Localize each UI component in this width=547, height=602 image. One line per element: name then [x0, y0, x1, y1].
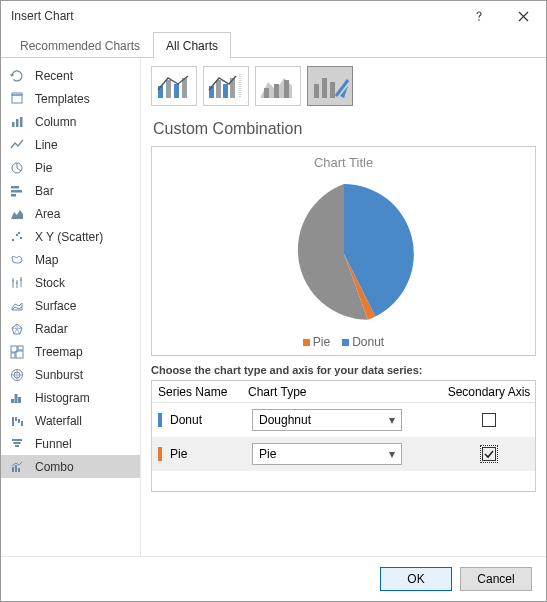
svg-rect-22 [18, 397, 21, 403]
sidebar-label: Bar [35, 184, 54, 198]
chevron-down-icon: ▾ [389, 447, 395, 461]
svg-rect-39 [223, 84, 228, 98]
svg-rect-30 [12, 467, 14, 472]
sidebar-item-sunburst[interactable]: Sunburst [1, 363, 140, 386]
sidebar-item-area[interactable]: Area [1, 202, 140, 225]
window-title: Insert Chart [11, 9, 456, 23]
chart-title: Chart Title [314, 155, 373, 170]
radar-icon [9, 321, 25, 337]
series-swatch [158, 447, 162, 461]
sidebar-item-bar[interactable]: Bar [1, 179, 140, 202]
sidebar-item-recent[interactable]: Recent [1, 64, 140, 87]
svg-rect-16 [11, 353, 15, 358]
sidebar-item-stock[interactable]: Stock [1, 271, 140, 294]
svg-rect-27 [12, 439, 22, 441]
sidebar-item-radar[interactable]: Radar [1, 317, 140, 340]
legend-item-pie: Pie [303, 335, 330, 349]
treemap-icon [9, 344, 25, 360]
svg-rect-7 [11, 186, 19, 189]
chart-category-sidebar: Recent Templates Column Line Pie Bar Are… [1, 58, 141, 556]
svg-rect-23 [12, 417, 14, 426]
dialog-footer: OK Cancel [1, 556, 546, 601]
svg-point-0 [478, 19, 480, 21]
line-icon [9, 137, 25, 153]
sidebar-item-waterfall[interactable]: Waterfall [1, 409, 140, 432]
combo-thumb-2[interactable] [203, 66, 249, 106]
svg-rect-24 [15, 417, 17, 421]
help-icon [473, 10, 485, 22]
sidebar-label: Templates [35, 92, 90, 106]
chevron-down-icon: ▾ [389, 413, 395, 427]
sidebar-item-combo[interactable]: Combo [1, 455, 140, 478]
col-axis-head: Secondary Axis [443, 385, 535, 399]
check-icon [484, 449, 494, 459]
series-hint-label: Choose the chart type and axis for your … [151, 364, 536, 376]
svg-rect-2 [12, 93, 22, 95]
ok-button[interactable]: OK [380, 567, 452, 591]
sidebar-item-funnel[interactable]: Funnel [1, 432, 140, 455]
svg-rect-4 [16, 119, 19, 127]
series-row-donut: Donut Doughnut ▾ [152, 403, 535, 437]
select-value: Pie [259, 447, 276, 461]
svg-rect-38 [216, 80, 221, 98]
sidebar-item-line[interactable]: Line [1, 133, 140, 156]
dialog-body: Recent Templates Column Line Pie Bar Are… [1, 58, 546, 556]
sidebar-label: X Y (Scatter) [35, 230, 103, 244]
sidebar-item-scatter[interactable]: X Y (Scatter) [1, 225, 140, 248]
svg-rect-42 [274, 84, 279, 98]
area-icon [9, 206, 25, 222]
svg-rect-28 [14, 442, 21, 444]
select-value: Doughnut [259, 413, 311, 427]
col-type-head: Chart Type [242, 385, 443, 399]
help-button[interactable] [456, 1, 501, 31]
combo-thumb-custom[interactable] [307, 66, 353, 106]
svg-point-13 [18, 231, 20, 233]
section-title: Custom Combination [153, 120, 536, 138]
svg-rect-3 [12, 122, 15, 127]
sidebar-label: Radar [35, 322, 68, 336]
combo-thumb-3[interactable] [255, 66, 301, 106]
svg-point-11 [16, 233, 18, 235]
secondary-axis-checkbox-donut[interactable] [482, 413, 496, 427]
thumb-icon [206, 70, 246, 102]
sidebar-label: Pie [35, 161, 52, 175]
waterfall-icon [9, 413, 25, 429]
sidebar-item-column[interactable]: Column [1, 110, 140, 133]
scatter-icon [9, 229, 25, 245]
sidebar-label: Surface [35, 299, 76, 313]
sidebar-item-pie[interactable]: Pie [1, 156, 140, 179]
close-button[interactable] [501, 1, 546, 31]
sidebar-label: Recent [35, 69, 73, 83]
funnel-icon [9, 436, 25, 452]
sidebar-label: Map [35, 253, 58, 267]
series-row-pie: Pie Pie ▾ [152, 437, 535, 471]
svg-rect-46 [330, 82, 335, 98]
svg-rect-26 [21, 421, 23, 426]
main-panel: Custom Combination Chart Title Pie Do [141, 58, 546, 556]
svg-rect-20 [11, 399, 14, 403]
combo-thumb-1[interactable] [151, 66, 197, 106]
chart-preview[interactable]: Chart Title Pie Donut [151, 146, 536, 356]
svg-rect-1 [12, 95, 22, 103]
cancel-button[interactable]: Cancel [460, 567, 532, 591]
recent-icon [9, 68, 25, 84]
sidebar-label: Sunburst [35, 368, 83, 382]
sidebar-item-histogram[interactable]: Histogram [1, 386, 140, 409]
thumb-icon [310, 70, 350, 102]
grid-header: Series Name Chart Type Secondary Axis [152, 381, 535, 403]
chart-type-select-pie[interactable]: Pie ▾ [252, 443, 402, 465]
tab-all-charts[interactable]: All Charts [153, 32, 231, 58]
secondary-axis-checkbox-pie[interactable] [482, 447, 496, 461]
sidebar-item-treemap[interactable]: Treemap [1, 340, 140, 363]
sidebar-item-templates[interactable]: Templates [1, 87, 140, 110]
svg-rect-34 [166, 80, 171, 98]
chart-type-select-donut[interactable]: Doughnut ▾ [252, 409, 402, 431]
sidebar-item-surface[interactable]: Surface [1, 294, 140, 317]
tab-recommended[interactable]: Recommended Charts [7, 32, 153, 58]
svg-rect-45 [322, 78, 327, 98]
sunburst-icon [9, 367, 25, 383]
sidebar-label: Line [35, 138, 58, 152]
close-icon [518, 11, 529, 22]
sidebar-item-map[interactable]: Map [1, 248, 140, 271]
svg-rect-8 [11, 190, 22, 193]
